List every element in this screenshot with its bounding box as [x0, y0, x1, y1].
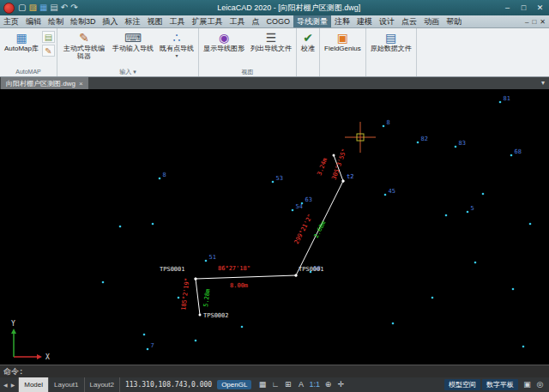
osnap-toggle[interactable]: ⊞	[283, 378, 293, 391]
tab-annotate[interactable]: 注释	[331, 15, 353, 27]
calibrate-button-label: 校准	[301, 45, 315, 53]
drawing-canvas[interactable]: 818828368553845635458517TPS0001TPS0001TP…	[0, 89, 549, 365]
ribbon-group-view: ◉显示导线图形☰列出导线文件视图	[199, 28, 297, 76]
automap-library-button[interactable]: ▦AutoMap库	[2, 29, 41, 68]
document-tab-label: 向阳村棚户区测图.dwg	[6, 79, 75, 88]
existing-points-traverse-button[interactable]: ∴既有点导线▾	[157, 29, 196, 68]
doc-close-button[interactable]: ✕	[540, 15, 546, 28]
tab-insert[interactable]: 插入	[100, 15, 122, 27]
active-traverse-editor-button-label: 主动式导线编辑器	[62, 45, 106, 61]
fieldgenius-button[interactable]: ▣FieldGenius	[322, 29, 364, 68]
annotation-toggle[interactable]: A	[296, 378, 305, 391]
tab-traverse[interactable]: 导线测量	[293, 15, 331, 27]
tab-cogo[interactable]: COGO	[263, 15, 294, 27]
canvas-drawing: 818828368553845635458517TPS0001TPS0001TP…	[0, 89, 549, 365]
svg-text:82: 82	[421, 136, 428, 142]
command-prompt: 命令:	[3, 366, 23, 377]
ribbon-group-input: ✎主动式导线编辑器⌨手动输入导线∴既有点导线▾输入 ▾	[57, 28, 199, 76]
tab-modeling[interactable]: 建模	[353, 15, 376, 27]
tab-design[interactable]: 设计	[376, 15, 398, 27]
maximize-button[interactable]: □	[516, 2, 531, 14]
svg-text:83: 83	[459, 140, 466, 147]
list-traverse-file-button[interactable]: ☰列出导线文件	[248, 29, 294, 68]
ribbon-group-rawdata-label	[368, 68, 414, 76]
performance-button[interactable]: ◎	[535, 378, 545, 391]
svg-text:63: 63	[305, 196, 312, 203]
minimize-button[interactable]: –	[500, 2, 515, 14]
undo-button[interactable]: ↶	[61, 3, 68, 13]
calibrate-button[interactable]: ✔校准	[299, 29, 317, 68]
document-tab[interactable]: 向阳村棚户区测图.dwg ×	[1, 77, 88, 89]
svg-text:45: 45	[389, 188, 395, 195]
ribbon-tabs: 主页编辑绘制绘制3D插入标注视图工具扩展工具工具点COGO导线测量注释建模设计点…	[0, 15, 465, 27]
svg-text:81: 81	[504, 95, 510, 102]
command-line-bar[interactable]: 命令:	[0, 365, 549, 377]
space-buttons: 模型空间数字平板	[444, 379, 518, 390]
tab-draw3d[interactable]: 绘制3D	[67, 15, 100, 27]
print-button[interactable]: ▤	[50, 3, 57, 13]
layout-tab-next-button[interactable]: ▶	[10, 382, 16, 388]
svg-text:3.24m: 3.24m	[316, 157, 329, 177]
svg-text:2.68m: 2.68m	[313, 220, 328, 238]
svg-text:8: 8	[387, 119, 390, 126]
ribbon-group-calibrate-label	[299, 68, 317, 76]
autoscale-toggle[interactable]: ⊕	[323, 378, 333, 391]
svg-text:299°21'2": 299°21'2"	[293, 213, 314, 244]
svg-text:TPS0001: TPS0001	[160, 266, 185, 273]
tab-tools[interactable]: 工具	[166, 15, 189, 27]
new-button[interactable]: ▢	[18, 3, 26, 13]
active-traverse-editor-button[interactable]: ✎主动式导线编辑器	[59, 29, 109, 68]
raw-data-file-button[interactable]: ▤原始数据文件	[368, 29, 414, 68]
annotation-scale-button[interactable]: 1:1	[309, 378, 320, 391]
open-button[interactable]: ▨	[28, 3, 36, 13]
tab-express-tools[interactable]: 扩展工具	[189, 15, 226, 27]
crosshair-toggle[interactable]: ✛	[336, 378, 346, 391]
grid-toggle[interactable]: ▦	[257, 378, 267, 391]
document-tab-close-icon[interactable]: ×	[79, 80, 83, 87]
svg-text:54: 54	[296, 203, 303, 210]
ribbon-group-fieldgenius-label	[322, 68, 364, 76]
opengl-button[interactable]: OpenGL	[217, 380, 251, 389]
close-button[interactable]: ✕	[533, 2, 547, 14]
digitizer-button[interactable]: 数字平板	[482, 379, 518, 390]
model-space-button[interactable]: 模型空间	[444, 379, 480, 390]
tab-points[interactable]: 点	[249, 15, 263, 27]
document-window-controls: –□✕	[525, 15, 549, 27]
layout-tab-layout2[interactable]: Layout2	[85, 377, 120, 392]
manual-input-traverse-button[interactable]: ⌨手动输入导线	[110, 29, 156, 68]
list-icon: ☰	[266, 30, 277, 45]
doc-restore-button[interactable]: □	[532, 15, 536, 28]
app-logo-icon[interactable]	[3, 3, 15, 14]
tab-home[interactable]: 主页	[0, 15, 22, 27]
quick-access-toolbar: ▢▨▦▤↶↷	[18, 3, 78, 13]
tab-list-dropdown-icon[interactable]: ▾	[541, 77, 549, 89]
automap-settings-button[interactable]: ▤	[42, 31, 55, 43]
tab-edit[interactable]: 编辑	[22, 15, 45, 27]
redo-button[interactable]: ↷	[70, 3, 77, 13]
clean-screen-button[interactable]: ▣	[522, 378, 532, 391]
save-button[interactable]: ▦	[39, 3, 47, 13]
ribbon-group-input-label: 输入 ▾	[59, 68, 196, 76]
svg-text:7: 7	[151, 342, 154, 349]
tab-animation[interactable]: 动画	[420, 15, 443, 27]
status-toggles: ▦∟⊞A1:1⊕✛	[257, 378, 346, 391]
automap-edit-button[interactable]: ✎	[42, 45, 55, 57]
tab-help[interactable]: 帮助	[443, 15, 465, 27]
layout-tab-prev-button[interactable]: ◀	[3, 382, 9, 388]
list-traverse-file-button-label: 列出导线文件	[250, 45, 292, 53]
check-icon: ✔	[303, 30, 313, 45]
ortho-toggle[interactable]: ∟	[270, 378, 280, 391]
svg-text:5: 5	[471, 205, 474, 212]
tab-view[interactable]: 视图	[144, 15, 166, 27]
tab-pointcloud[interactable]: 点云	[398, 15, 420, 27]
coordinates-display: 113.310,108.743,0.000	[125, 381, 212, 389]
dropdown-arrow-icon: ▾	[176, 53, 178, 58]
doc-minimize-button[interactable]: –	[525, 15, 528, 28]
tab-tools-2[interactable]: 工具	[226, 15, 249, 27]
tab-dimension[interactable]: 标注	[122, 15, 144, 27]
show-traverse-graphics-button[interactable]: ◉显示导线图形	[201, 29, 247, 68]
layout-tab-model[interactable]: Model	[19, 377, 49, 392]
layout-tab-layout1[interactable]: Layout1	[49, 377, 84, 392]
ribbon-tab-bar: 主页编辑绘制绘制3D插入标注视图工具扩展工具工具点COGO导线测量注释建模设计点…	[0, 15, 549, 28]
tab-draw[interactable]: 绘制	[45, 15, 67, 27]
